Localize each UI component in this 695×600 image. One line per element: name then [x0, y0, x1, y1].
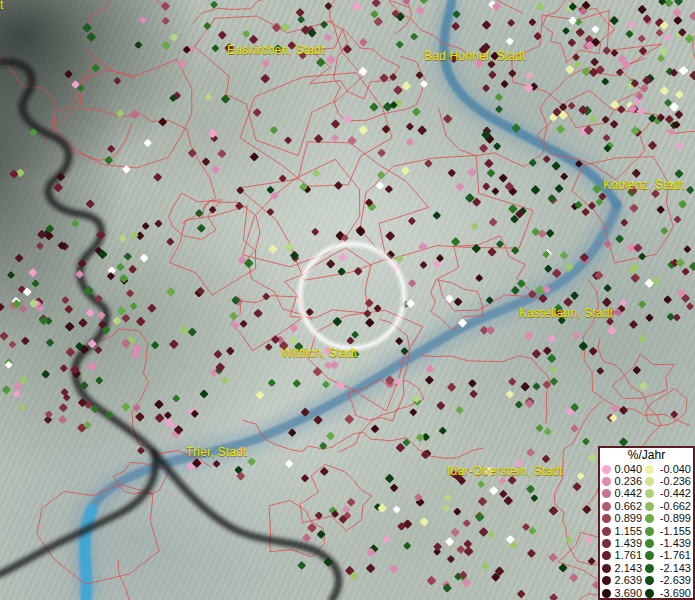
measurement-marker[interactable]	[432, 211, 441, 220]
measurement-marker[interactable]	[610, 100, 620, 110]
measurement-marker[interactable]	[575, 28, 585, 38]
measurement-marker[interactable]	[445, 537, 455, 547]
measurement-marker[interactable]	[506, 390, 515, 399]
measurement-marker[interactable]	[503, 496, 513, 506]
measurement-marker[interactable]	[469, 390, 478, 399]
measurement-marker[interactable]	[487, 530, 495, 538]
measurement-marker[interactable]	[629, 320, 638, 329]
measurement-marker[interactable]	[445, 294, 454, 303]
measurement-marker[interactable]	[15, 254, 24, 263]
measurement-marker[interactable]	[242, 30, 250, 38]
measurement-marker[interactable]	[686, 302, 694, 310]
measurement-marker[interactable]	[491, 187, 499, 195]
measurement-marker[interactable]	[126, 289, 134, 297]
measurement-marker[interactable]	[515, 400, 523, 408]
measurement-marker[interactable]	[18, 403, 26, 411]
measurement-marker[interactable]	[455, 406, 463, 414]
measurement-marker[interactable]	[602, 46, 611, 55]
measurement-marker[interactable]	[420, 0, 428, 4]
measurement-marker[interactable]	[522, 523, 530, 531]
measurement-marker[interactable]	[396, 40, 404, 48]
measurement-marker[interactable]	[78, 318, 88, 328]
measurement-marker[interactable]	[132, 404, 140, 412]
measurement-marker[interactable]	[36, 242, 44, 250]
measurement-marker[interactable]	[425, 365, 434, 374]
measurement-marker[interactable]	[385, 185, 393, 193]
measurement-marker[interactable]	[346, 337, 354, 345]
measurement-marker[interactable]	[261, 59, 270, 68]
measurement-marker[interactable]	[164, 411, 172, 419]
measurement-marker[interactable]	[547, 334, 556, 343]
measurement-marker[interactable]	[487, 169, 496, 178]
measurement-marker[interactable]	[134, 41, 142, 49]
measurement-marker[interactable]	[119, 234, 127, 242]
measurement-marker[interactable]	[299, 52, 307, 60]
measurement-marker[interactable]	[82, 23, 92, 33]
measurement-marker[interactable]	[202, 157, 211, 166]
measurement-marker[interactable]	[526, 484, 535, 493]
measurement-marker[interactable]	[268, 244, 278, 254]
measurement-marker[interactable]	[260, 74, 270, 84]
measurement-marker[interactable]	[211, 165, 220, 174]
measurement-marker[interactable]	[385, 474, 395, 484]
measurement-marker[interactable]	[130, 110, 140, 120]
measurement-marker[interactable]	[596, 367, 604, 375]
measurement-marker[interactable]	[389, 564, 398, 573]
measurement-marker[interactable]	[689, 71, 695, 81]
measurement-marker[interactable]	[2, 385, 11, 394]
measurement-marker[interactable]	[689, 262, 695, 271]
measurement-marker[interactable]	[117, 306, 126, 315]
measurement-marker[interactable]	[639, 381, 649, 391]
measurement-marker[interactable]	[324, 2, 332, 10]
measurement-marker[interactable]	[674, 110, 683, 119]
measurement-marker[interactable]	[676, 258, 686, 268]
measurement-marker[interactable]	[406, 138, 415, 147]
measurement-marker[interactable]	[560, 251, 569, 260]
measurement-marker[interactable]	[403, 542, 411, 550]
measurement-marker[interactable]	[130, 231, 139, 240]
measurement-marker[interactable]	[135, 412, 145, 422]
measurement-marker[interactable]	[610, 120, 619, 129]
measurement-marker[interactable]	[468, 379, 477, 388]
measurement-marker[interactable]	[301, 474, 310, 483]
measurement-marker[interactable]	[64, 70, 73, 79]
measurement-marker[interactable]	[343, 115, 352, 124]
measurement-marker[interactable]	[153, 173, 162, 182]
measurement-marker[interactable]	[204, 93, 212, 101]
measurement-marker[interactable]	[372, 0, 381, 8]
measurement-marker[interactable]	[656, 205, 665, 214]
measurement-marker[interactable]	[124, 252, 133, 261]
measurement-marker[interactable]	[39, 316, 49, 326]
measurement-marker[interactable]	[121, 402, 130, 411]
measurement-marker[interactable]	[442, 504, 450, 512]
measurement-marker[interactable]	[289, 336, 298, 345]
measurement-marker[interactable]	[637, 107, 645, 115]
measurement-marker[interactable]	[412, 107, 421, 116]
measurement-marker[interactable]	[490, 52, 499, 61]
measurement-marker[interactable]	[660, 227, 668, 235]
measurement-marker[interactable]	[569, 573, 579, 583]
measurement-marker[interactable]	[638, 334, 647, 343]
measurement-marker[interactable]	[12, 390, 20, 398]
measurement-marker[interactable]	[424, 159, 433, 168]
measurement-marker[interactable]	[265, 343, 273, 351]
measurement-marker[interactable]	[601, 78, 609, 86]
measurement-marker[interactable]	[416, 6, 425, 15]
measurement-marker[interactable]	[568, 16, 577, 25]
measurement-marker[interactable]	[548, 553, 558, 563]
measurement-marker[interactable]	[324, 33, 332, 41]
measurement-marker[interactable]	[420, 517, 429, 526]
measurement-marker[interactable]	[154, 400, 164, 410]
measurement-marker[interactable]	[547, 354, 557, 364]
measurement-marker[interactable]	[487, 60, 496, 69]
measurement-marker[interactable]	[464, 546, 474, 556]
measurement-marker[interactable]	[415, 71, 423, 79]
measurement-marker[interactable]	[453, 508, 461, 516]
measurement-marker[interactable]	[178, 60, 187, 69]
measurement-marker[interactable]	[370, 10, 379, 19]
measurement-marker[interactable]	[287, 41, 296, 50]
measurement-marker[interactable]	[666, 313, 675, 322]
measurement-marker[interactable]	[383, 535, 391, 543]
measurement-marker[interactable]	[609, 16, 619, 26]
measurement-marker[interactable]	[506, 37, 514, 45]
